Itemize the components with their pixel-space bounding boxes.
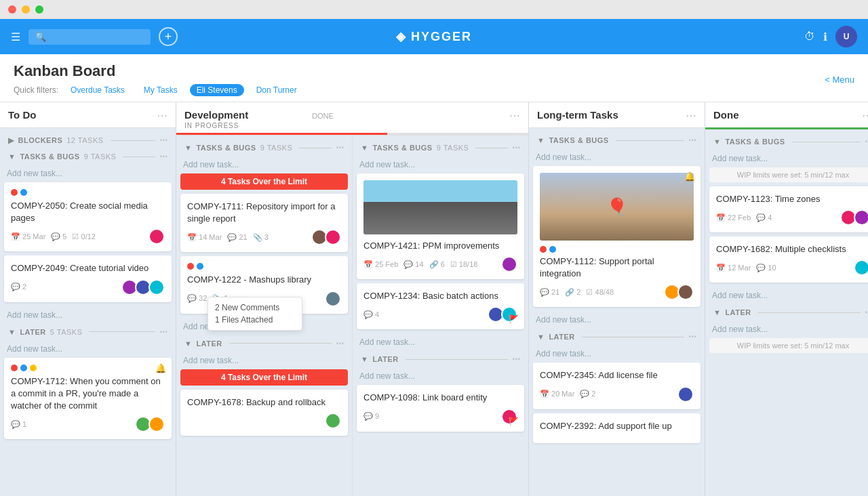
dot-blue-1222 — [197, 263, 203, 270]
card-compy-1234[interactable]: COMPY-1234: Basic batch actions 🚩 💬 4 — [357, 283, 524, 329]
date-1711: 📅 14 Mar — [187, 233, 222, 242]
menu-link[interactable]: < Menu — [825, 75, 854, 85]
group-tasks-done-col[interactable]: ▼ TASKS & BUGS ⋯ — [709, 133, 868, 150]
checklist-1112: ☑ 48/48 — [586, 288, 614, 297]
column-header-done: Done ⋯ — [705, 102, 868, 129]
column-menu-icon-done[interactable]: ⋯ — [862, 109, 868, 122]
group-later-done[interactable]: ▼ LATER ⋯ — [357, 351, 524, 367]
column-menu-icon-longterm[interactable]: ⋯ — [686, 109, 696, 122]
card-title-2345: COMPY-2345: Add license file — [540, 369, 694, 381]
close-button[interactable] — [8, 5, 16, 14]
card-compy-1421[interactable]: COMPY-1421: PPM improvements 📅 25 Feb 💬 … — [357, 173, 524, 279]
add-task-later-done-top[interactable]: Add new task... — [357, 367, 524, 385]
card-title-1421: COMPY-1421: PPM improvements — [363, 240, 517, 252]
hamburger-icon[interactable]: ☰ — [11, 30, 20, 43]
card-meta-1234: 💬 4 — [363, 306, 517, 323]
avatar-1222-1 — [325, 291, 341, 307]
column-title-longterm: Long-term Tasks — [537, 109, 618, 121]
card-compy-2345[interactable]: COMPY-2345: Add license file 📅 20 Mar 💬 … — [533, 363, 701, 409]
avatar-2049-3 — [149, 279, 165, 295]
group-tri-lt: ▼ — [537, 136, 545, 144]
card-title-2049: COMPY-2049: Create tutorial video — [11, 262, 165, 274]
expand-icon-later-dev: ⋯ — [336, 339, 344, 348]
group-triangle-blockers: ▶ — [8, 136, 14, 145]
group-tasks-bugs-todo[interactable]: ▼ TASKS & BUGS 9 tasks ⋯ — [4, 148, 172, 165]
group-later-dev[interactable]: ▼ LATER ⋯ — [180, 335, 348, 352]
card-compy-1222[interactable]: COMPY-1222 - Mashups library 💬 32 📎 1 2 … — [180, 256, 348, 313]
add-task-done-top[interactable]: Add new task... — [357, 156, 524, 173]
date-1123: 📅 22 Feb — [716, 213, 751, 222]
card-compy-1098[interactable]: COMPY-1098: Link board entity 🚩 💬 9 — [357, 385, 524, 431]
add-task-later-done-col[interactable]: Add new task... — [709, 321, 868, 338]
card-title-1098: COMPY-1098: Link board entity — [363, 392, 517, 404]
column-subtitle-development: IN PROGRESS — [184, 122, 248, 129]
group-later-longterm[interactable]: ▼ LATER ⋯ — [533, 329, 701, 345]
avatar-1711-2 — [325, 229, 341, 245]
group-tasks-done[interactable]: ▼ TASKS & BUGS 9 tasks ⋯ — [357, 140, 524, 156]
expand-icon-done-col: ⋯ — [865, 137, 869, 146]
group-line-later-dev — [229, 343, 332, 344]
add-task-todo-bottom[interactable]: Add new task... — [4, 306, 172, 324]
card-compy-1711[interactable]: COMPY-1711: Repository import for a sing… — [180, 194, 348, 252]
info-icon[interactable]: ℹ — [823, 30, 827, 43]
column-menu-icon-todo[interactable]: ⋯ — [157, 109, 167, 122]
card-meta-2050: 📅 25 Mar 💬 5 ☑ 0/12 — [11, 228, 165, 245]
filter-eli[interactable]: Eli Stevens — [190, 84, 244, 96]
add-task-lt-bottom[interactable]: Add new task... — [533, 311, 701, 329]
expand-icon-later-lt: ⋯ — [688, 332, 697, 342]
user-avatar[interactable]: U — [835, 26, 857, 47]
group-later-done-col[interactable]: ▼ LATER ⋯ — [709, 304, 868, 321]
card-title-1678: COMPY-1678: Backup and rollback — [187, 396, 341, 409]
add-button[interactable]: + — [159, 27, 178, 46]
group-count-done-dev: 9 tasks — [437, 144, 469, 152]
group-label-later-done: LATER — [372, 355, 398, 363]
group-label-lt: TASKS & BUGS — [549, 136, 608, 144]
column-title-done: Done — [713, 109, 739, 121]
group-triangle-tasks: ▼ — [8, 152, 16, 161]
add-task-dev-top[interactable]: Add new task... — [180, 156, 348, 173]
card-meta-2049: 💬 2 — [11, 279, 165, 295]
column-title-todo: To Do — [8, 109, 36, 121]
card-compy-1112[interactable]: 🎈 🔔 COMPY-1112: Support portal integrati… — [533, 166, 701, 307]
group-count-tasks: 9 tasks — [84, 152, 117, 161]
history-icon[interactable]: ⏱ — [804, 30, 815, 43]
filter-mytasks[interactable]: My Tasks — [137, 84, 184, 96]
expand-icon-blockers: ⋯ — [159, 136, 168, 145]
group-tasks-longterm[interactable]: ▼ TASKS & BUGS ⋯ — [533, 132, 701, 148]
add-task-later-top[interactable]: Add new task... — [4, 340, 172, 358]
add-task-todo-top[interactable]: Add new task... — [4, 165, 172, 182]
add-task-later-dev-top[interactable]: Add new task... — [180, 352, 348, 369]
card-compy-2050[interactable]: COMPY-2050: Create social media pages 📅 … — [4, 182, 172, 251]
column-longterm: Long-term Tasks ⋯ ▼ TASKS & BUGS ⋯ Add n… — [529, 102, 705, 496]
card-title-1112: COMPY-1112: Support portal integration — [540, 255, 694, 280]
filter-overdue[interactable]: Overdue Tasks — [64, 84, 132, 96]
card-compy-1123[interactable]: COMPY-1123: Time zones 📅 22 Feb 💬 4 — [709, 186, 868, 232]
card-compy-1712[interactable]: 🔔 COMPY-1712: When you comment on a comm… — [4, 358, 172, 440]
add-task-done-col-bottom[interactable]: Add new task... — [709, 287, 868, 304]
card-meta-1682: 📅 12 Mar 💬 10 — [716, 260, 868, 276]
column-menu-icon-dev[interactable]: ⋯ — [509, 109, 520, 122]
page-header: Kanban Board Quick filters: Overdue Task… — [0, 54, 868, 102]
minimize-button[interactable] — [22, 5, 30, 14]
comments-1098: 💬 9 — [363, 412, 379, 421]
add-task-done-bottom[interactable]: Add new task... — [357, 333, 524, 351]
group-later-todo[interactable]: ▼ LATER 5 tasks ⋯ — [4, 324, 172, 340]
comments-2345: 💬 2 — [580, 390, 595, 398]
dot-red-1112 — [540, 246, 547, 253]
add-task-lt-top[interactable]: Add new task... — [533, 148, 701, 166]
checklist-2050: ☑ 0/12 — [72, 232, 95, 241]
card-meta-1678 — [187, 413, 341, 429]
maximize-button[interactable] — [35, 5, 43, 14]
card-compy-2049[interactable]: COMPY-2049: Create tutorial video 💬 2 — [4, 255, 172, 302]
group-tri-dev: ▼ — [184, 144, 192, 152]
search-bar[interactable]: 🔍 — [28, 29, 151, 45]
card-compy-2392[interactable]: COMPY-2392: Add support file up — [533, 413, 701, 443]
card-compy-1678[interactable]: COMPY-1678: Backup and rollback — [180, 390, 348, 436]
group-tasks-dev[interactable]: ▼ TASKS & BUGS 9 tasks ⋯ — [180, 140, 348, 156]
card-compy-1682[interactable]: COMPY-1682: Multiple checklists 📅 12 Mar… — [709, 236, 868, 283]
add-task-later-lt-top[interactable]: Add new task... — [533, 345, 701, 363]
avatar-2345-1 — [677, 386, 694, 402]
group-blockers[interactable]: ▶ BLOCKERS 12 tasks ⋯ — [4, 132, 172, 148]
filter-don[interactable]: Don Turner — [250, 84, 304, 96]
add-task-done-col-top[interactable]: Add new task... — [709, 150, 868, 167]
